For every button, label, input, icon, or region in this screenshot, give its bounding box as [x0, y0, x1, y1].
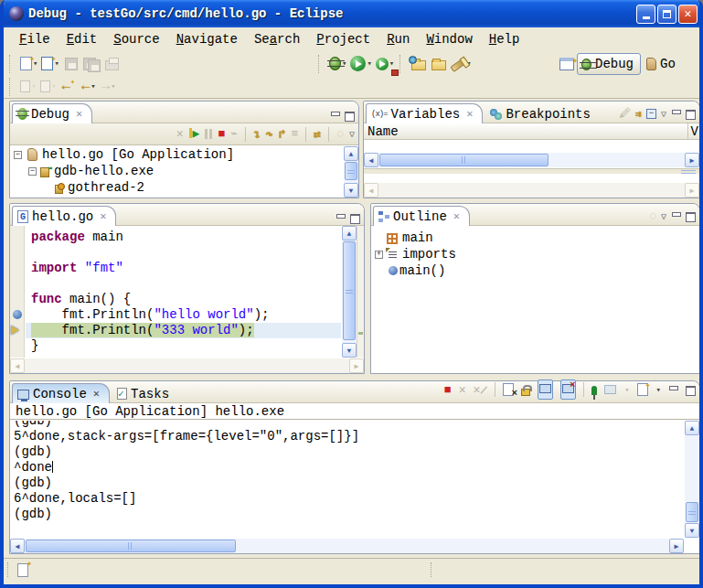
scroll-left-icon[interactable]: ◀: [364, 183, 378, 198]
close-button[interactable]: ✕: [678, 5, 698, 24]
disconnect-icon[interactable]: ⌁: [230, 128, 238, 140]
tab-console[interactable]: Console ✕: [12, 383, 110, 403]
breakpoint-icon[interactable]: [13, 310, 22, 319]
code-line[interactable]: [26, 245, 341, 261]
scroll-up-icon[interactable]: ▲: [344, 146, 358, 161]
debug-vertical-scrollbar[interactable]: ▲ ▼: [344, 146, 358, 198]
editor-vertical-scrollbar[interactable]: ▲ ▼: [342, 226, 357, 358]
outline-item-row[interactable]: main: [371, 230, 699, 246]
scroll-lock-icon[interactable]: [521, 389, 530, 396]
search-button[interactable]: ▾: [449, 54, 473, 74]
code-line[interactable]: [26, 276, 341, 292]
suspend-icon[interactable]: [205, 129, 212, 139]
tab-editor-hello-go[interactable]: G hello.go ✕: [12, 206, 116, 226]
editor-tab-close-icon[interactable]: ✕: [100, 209, 106, 223]
save-all-button[interactable]: [81, 54, 102, 74]
forward-button[interactable]: →▾: [99, 77, 119, 97]
step-filters-icon[interactable]: ⇄: [314, 127, 321, 142]
scroll-left-icon[interactable]: ◀: [10, 358, 25, 373]
detail-horizontal-scrollbar[interactable]: ◀ ▶: [364, 183, 699, 198]
debug-tab-close-icon[interactable]: ✕: [76, 107, 82, 121]
console-vertical-scrollbar[interactable]: ▲ ▼: [685, 421, 699, 538]
last-edit-location-button[interactable]: ←✦: [59, 77, 79, 97]
debug-maximize-icon[interactable]: [345, 112, 355, 120]
debug-tree-item-row[interactable]: [10, 196, 343, 198]
editor-horizontal-scrollbar[interactable]: ◀ ▶: [10, 358, 364, 373]
debug-extra-icon[interactable]: ◌: [336, 128, 344, 140]
scroll-up-icon[interactable]: ▲: [342, 226, 357, 241]
tree-expander-icon[interactable]: −: [14, 151, 22, 159]
outline-view-menu-icon[interactable]: ▽: [661, 211, 666, 222]
console-maximize-icon[interactable]: [686, 386, 696, 394]
editor-overview-ruler[interactable]: [357, 226, 364, 358]
back-button[interactable]: ←▾: [79, 77, 99, 97]
show-type-names-icon[interactable]: 🖉: [619, 108, 631, 120]
menu-help[interactable]: Help: [481, 30, 528, 48]
debug-tree-item-row[interactable]: −gdb-hello.exe: [10, 163, 343, 179]
step-into-icon[interactable]: ↴: [253, 127, 261, 142]
scroll-down-icon[interactable]: ▼: [342, 343, 357, 358]
console-terminate-icon[interactable]: ■: [444, 384, 452, 396]
pin-console-icon[interactable]: [591, 386, 597, 395]
variables-horizontal-scrollbar[interactable]: ◀ ▶: [364, 153, 699, 167]
menu-search[interactable]: Search: [246, 30, 308, 48]
collapse-all-icon[interactable]: −: [646, 109, 656, 119]
menu-window[interactable]: Window: [418, 30, 480, 48]
tab-debug-view[interactable]: Debug ✕: [12, 103, 92, 123]
tree-expander-icon[interactable]: −: [28, 167, 37, 176]
drop-to-frame-icon[interactable]: ≡: [292, 128, 299, 140]
new-wizard-button[interactable]: ✦▾: [18, 54, 39, 74]
debug-button[interactable]: ▾: [327, 54, 348, 74]
outline-sort-icon[interactable]: ◌: [649, 210, 656, 222]
scroll-right-icon[interactable]: ▶: [669, 539, 684, 553]
variables-tab-close-icon[interactable]: ✕: [466, 107, 473, 121]
print-button[interactable]: [102, 54, 122, 74]
run-button[interactable]: ▾: [348, 54, 373, 74]
scroll-left-icon[interactable]: ◀: [10, 539, 25, 553]
open-resource-button[interactable]: [409, 54, 429, 74]
menu-navigate[interactable]: Navigate: [168, 30, 246, 48]
open-perspective-button[interactable]: ✦: [557, 54, 577, 74]
variables-view-menu-icon[interactable]: ▽: [661, 109, 666, 120]
scroll-down-icon[interactable]: ▼: [685, 523, 699, 538]
outline-maximize-icon[interactable]: [686, 212, 696, 220]
editor-marker-bar[interactable]: [10, 226, 25, 358]
display-console-icon[interactable]: [604, 385, 616, 394]
console-tab-close-icon[interactable]: ✕: [93, 387, 100, 401]
step-over-icon[interactable]: ↷: [266, 127, 273, 142]
open-file-button[interactable]: [429, 54, 449, 74]
menu-source[interactable]: Source: [105, 30, 167, 48]
menu-run[interactable]: Run: [378, 30, 418, 48]
previous-annotation-button[interactable]: ▾: [38, 77, 59, 97]
terminate-icon[interactable]: ■: [218, 128, 225, 140]
menu-edit[interactable]: Edit: [59, 30, 106, 48]
resume-icon[interactable]: ▶: [189, 128, 200, 140]
editor-code-area[interactable]: package mainimport "fmt"func main() { fm…: [26, 230, 341, 354]
tree-expander-icon[interactable]: +: [375, 251, 383, 259]
debug-tree-item-row[interactable]: gothread-2: [10, 179, 343, 196]
tab-outline[interactable]: Outline ✕: [373, 206, 470, 226]
scroll-right-icon[interactable]: ▶: [685, 183, 699, 198]
code-line[interactable]: import "fmt": [26, 261, 341, 276]
tab-tasks[interactable]: Tasks: [112, 383, 179, 403]
console-text-area[interactable]: (gdb) 5^done,stack-args=[frame={level="0…: [14, 421, 684, 538]
variables-detail-pane[interactable]: [364, 174, 699, 183]
maximize-button[interactable]: [657, 5, 676, 24]
code-line[interactable]: package main: [26, 230, 341, 245]
fast-view-icon[interactable]: [17, 563, 28, 577]
outline-item-row[interactable]: +imports: [371, 246, 699, 262]
console-horizontal-scrollbar[interactable]: ◀ ▶: [10, 539, 684, 553]
menu-file[interactable]: File: [11, 30, 59, 48]
show-logical-structures-icon[interactable]: ⇉: [635, 108, 642, 120]
debug-view-menu-icon[interactable]: ▽: [349, 129, 355, 140]
editor-maximize-icon[interactable]: [350, 214, 360, 222]
scroll-left-icon[interactable]: ◀: [364, 153, 378, 167]
debug-minimize-icon[interactable]: [330, 112, 340, 120]
editor-minimize-icon[interactable]: [336, 214, 346, 222]
remove-launch-icon[interactable]: ✕: [459, 384, 466, 396]
variables-minimize-icon[interactable]: [671, 110, 681, 118]
open-console-icon[interactable]: ✦: [637, 383, 648, 396]
minimize-button[interactable]: [636, 5, 655, 24]
variables-maximize-icon[interactable]: [686, 110, 696, 118]
outline-tab-close-icon[interactable]: ✕: [453, 209, 460, 223]
